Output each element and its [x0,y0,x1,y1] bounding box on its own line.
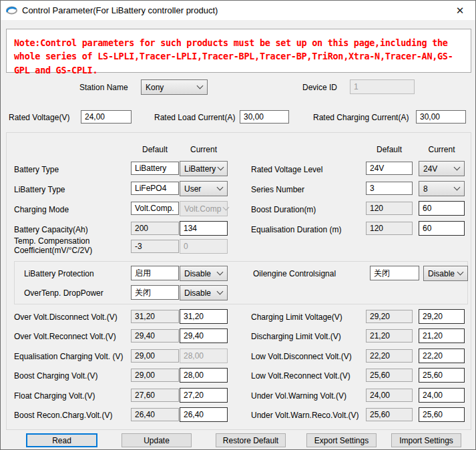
restore-default-button[interactable]: Restore Default [216,433,286,447]
libattery-type-current: User [184,184,201,194]
chevron-down-icon [454,184,461,191]
oilengine-select[interactable]: Disable [423,266,468,281]
charging-mode-current: Volt.Comp [184,204,221,214]
battery-type-select[interactable]: LiBattery [180,161,228,176]
rated-voltage-level-current: 24V [423,164,437,174]
overtemp-droppower-select[interactable]: Disable [180,285,228,300]
app-icon [6,5,17,15]
libattery-type-select[interactable]: User [180,181,228,196]
boost-recon-charg-label: Boost Recon.Charg.Volt.(V) [14,411,112,420]
battery-type-default: LiBattery [131,162,179,175]
low-volt-reconnect-default: 25,60 [366,369,413,382]
battery-type-current: LiBattery [184,164,216,174]
temp-compensation-label: Temp. Compensation Coefficient(mV/°C/2V) [14,236,126,255]
device-id-label: Device ID [302,83,337,92]
charging-mode-label: Charging Mode [14,205,69,214]
under-vol-warning-label: Under Vol.Warning Volt.(V) [251,391,346,401]
battery-capacity-default: 200 [131,222,179,235]
battery-type-label: Battery Type [14,165,59,174]
charging-limit-input[interactable]: 29,20 [419,309,465,324]
overtemp-droppower-default: 关闭 [131,285,179,300]
low-volt-disconnect-input[interactable]: 22,20 [419,349,465,363]
titlebar: Control Parameter(For LiBattery controll… [1,1,475,20]
note-banner: Note:Control parameters for such product… [6,29,471,73]
equalisation-duration-default: 120 [366,222,413,235]
series-number-select[interactable]: 8 [419,181,465,196]
boost-duration-default: 120 [366,202,413,215]
oilengine-current: Disable [428,269,455,278]
low-volt-disconnect-default: 22,20 [366,349,413,363]
low-volt-disconnect-label: Low Volt.Disconnect Volt.(V) [251,352,352,361]
over-volt-reconnect-input[interactable]: 29,40 [180,328,228,343]
station-name-select[interactable]: Kony [141,79,208,95]
charging-limit-default: 29,20 [366,310,413,323]
boost-recon-charg-input[interactable]: 26,40 [180,407,228,422]
rated-voltage-level-select[interactable]: 24V [419,161,465,176]
control-parameter-dialog: Control Parameter(For LiBattery controll… [0,0,476,450]
under-volt-warn-reco-input[interactable]: 25,60 [419,407,465,422]
equalisation-duration-input[interactable]: 60 [419,221,465,236]
close-button[interactable]: ✕ [453,3,467,18]
update-button[interactable]: Update [122,433,192,447]
chevron-down-icon [217,269,224,276]
boost-duration-input[interactable]: 60 [419,201,465,216]
chevron-down-icon [218,164,224,171]
charging-limit-label: Charging Limit Voltage(V) [251,312,342,322]
default-header-left: Default [131,145,179,154]
over-volt-disconnect-label: Over Volt.Disconnect Volt.(V) [14,312,117,322]
battery-capacity-label: Battery Capacity(Ah) [14,225,88,234]
rated-load-current-label: Rated Load Current(A) [154,113,235,122]
under-vol-warning-input[interactable]: 24,00 [419,388,465,403]
window-title: Control Parameter(For LiBattery controll… [22,5,218,15]
over-volt-disconnect-input[interactable]: 31,20 [180,309,228,324]
device-id-field: 1 [350,79,415,94]
battery-capacity-input[interactable]: 134 [180,221,228,236]
rated-charging-current-label: Rated Charging Current(A) [313,113,409,122]
under-vol-warning-default: 24,00 [366,389,413,402]
under-volt-warn-reco-default: 25,60 [366,408,413,421]
temp-compensation-default: -3 [131,240,179,253]
equalisation-charging-label: Equalisation Charging Volt. (V) [14,352,123,361]
charging-mode-default: Volt.Comp. [131,202,179,215]
discharging-limit-default: 21,20 [366,329,413,343]
low-volt-reconnect-input[interactable]: 25,60 [419,368,465,383]
chevron-down-icon [217,184,224,191]
rated-voltage-field: 24,00 [81,110,132,124]
default-header-right: Default [366,145,413,154]
rated-load-current-field: 30,00 [240,110,289,124]
import-settings-button[interactable]: Import Settings [391,433,461,447]
libattery-protection-label: LiBattery Protection [24,269,94,278]
overtemp-droppower-label: OverTenp. DropPower [24,288,103,298]
float-charging-label: Float Charging Volt.(V) [14,391,95,401]
export-settings-button[interactable]: Export Settings [306,433,377,447]
read-button[interactable]: Read [26,433,97,447]
rated-voltage-level-default: 24V [366,162,413,175]
station-name-label: Station Name [79,83,128,92]
libattery-protection-default: 启用 [131,266,179,280]
rated-voltage-label: Rated Voltage(V) [9,113,69,122]
boost-duration-label: Boost Duration(m) [251,205,316,214]
libattery-protection-select[interactable]: Disable [180,266,228,281]
rated-voltage-level-label: Rated Voltage Level [251,165,322,174]
low-volt-reconnect-label: Low Volt.Reconnect Volt.(V) [251,371,350,381]
series-number-label: Series Number [251,185,304,194]
current-header-left: Current [180,145,228,154]
boost-charging-input[interactable]: 28,00 [180,368,228,383]
under-volt-warn-reco-label: Under Volt.Warn.Reco.Volt.(V) [251,411,359,420]
charging-mode-select: Volt.Comp [180,201,228,216]
temp-compensation-input: 0 [180,239,228,254]
discharging-limit-input[interactable]: 21,20 [419,328,465,343]
oilengine-label: Oilengine Controlsignal [253,269,336,278]
rated-charging-current-field: 30,00 [416,110,466,124]
float-charging-input[interactable]: 27,20 [180,388,228,403]
chevron-down-icon [217,288,224,295]
chevron-down-icon [457,269,464,276]
boost-charging-label: Boost Charging Volt.(V) [14,371,97,381]
discharging-limit-label: Discharging Limit Volt.(V) [251,332,341,341]
float-charging-default: 27,60 [131,389,179,402]
equalisation-charging-input: 28,00 [180,349,228,363]
oilengine-default: 关闭 [370,266,419,280]
station-name-value: Kony [146,83,164,92]
current-header-right: Current [419,145,465,154]
boost-recon-charg-default: 26,40 [131,408,179,421]
